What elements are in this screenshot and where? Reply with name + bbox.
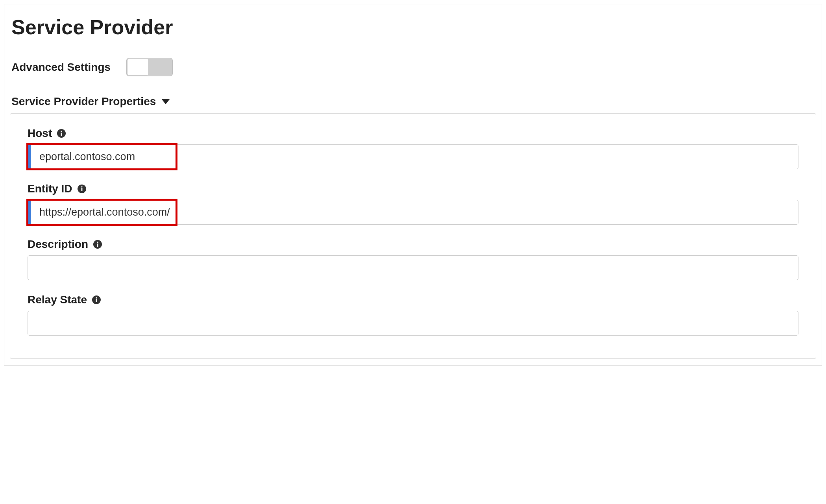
info-icon[interactable] [93,240,102,249]
svg-rect-1 [61,133,62,136]
field-label-row-host: Host [28,127,798,140]
svg-rect-10 [96,299,97,302]
info-icon[interactable] [92,295,101,305]
field-group-entity-id: Entity ID [28,183,798,225]
entity-id-label: Entity ID [28,183,72,195]
page-title: Service Provider [4,4,822,43]
service-provider-panel: Service Provider Advanced Settings Servi… [4,4,822,366]
advanced-settings-label: Advanced Settings [11,61,111,74]
field-group-relay-state: Relay State [28,294,798,336]
section-title: Service Provider Properties [11,95,156,108]
relay-state-input[interactable] [28,311,798,336]
host-input-wrapper [28,144,798,169]
description-input[interactable] [28,255,798,280]
field-label-row-entity-id: Entity ID [28,183,798,195]
section-header[interactable]: Service Provider Properties [4,86,822,113]
svg-rect-4 [81,188,82,191]
description-input-wrapper [28,255,798,280]
host-label: Host [28,127,52,140]
info-icon[interactable] [77,184,87,194]
advanced-settings-row: Advanced Settings [4,43,822,86]
entity-id-input[interactable] [28,200,798,225]
properties-panel: Host Entity ID [10,113,816,359]
svg-point-5 [81,186,82,187]
svg-point-8 [97,242,98,243]
host-input[interactable] [28,144,798,169]
toggle-knob [127,59,149,76]
svg-point-2 [61,131,62,132]
description-label: Description [28,238,88,251]
svg-point-11 [96,297,97,298]
info-icon[interactable] [57,129,66,138]
field-group-host: Host [28,127,798,169]
chevron-down-icon [161,99,170,104]
relay-state-label: Relay State [28,294,87,306]
relay-state-input-wrapper [28,311,798,336]
svg-rect-7 [97,244,98,247]
field-label-row-relay-state: Relay State [28,294,798,306]
advanced-settings-toggle[interactable] [126,58,173,76]
field-group-description: Description [28,238,798,280]
field-label-row-description: Description [28,238,798,251]
entity-id-input-wrapper [28,200,798,225]
